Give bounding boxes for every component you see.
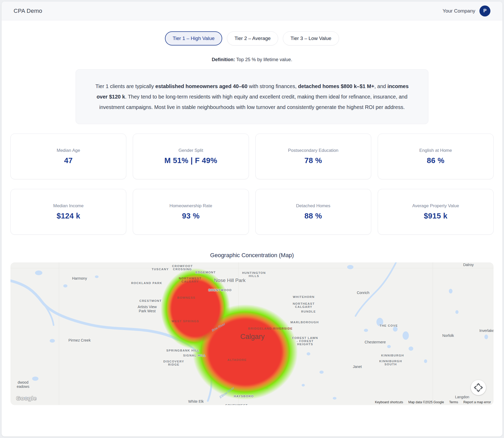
report-map-error-link[interactable]: Report a map error xyxy=(463,400,491,404)
stat-label: Median Age xyxy=(57,148,80,153)
stat-label: Median Income xyxy=(53,203,84,209)
map-label: SPRINGBANK HILL xyxy=(166,349,199,352)
map-label: Harmony xyxy=(72,276,87,280)
map-label: ROCKLAND PARK xyxy=(131,281,162,285)
map-label: BOWNESS xyxy=(177,296,195,299)
map-label: EDGEMONT xyxy=(196,271,216,274)
map-label: KINNIBURGH SOUTH xyxy=(379,360,402,366)
map-attribution: Keyboard shortcuts Map data ©2025 Google… xyxy=(375,400,491,404)
map-label: WEST SPRINGS xyxy=(171,320,199,323)
stat-label: Detached Homes xyxy=(296,203,330,209)
stat-card-gender-split: Gender Split M 51% | F 49% xyxy=(133,134,249,179)
stat-card-english-at-home: English at Home 86 % xyxy=(378,134,494,179)
map-data-credit: Map data ©2025 Google xyxy=(408,400,444,404)
map-label: KINNIBURGH xyxy=(381,354,404,357)
stat-value: $915 k xyxy=(424,212,448,220)
app-card: CPA Demo Your Company P Tier 1 – High Va… xyxy=(2,2,502,436)
google-logo[interactable]: Google xyxy=(16,395,37,401)
tier-description-card: Tier 1 clients are typically established… xyxy=(76,69,428,124)
stat-label: Average Property Value xyxy=(412,203,459,209)
map-label: Janet xyxy=(353,365,362,369)
pan-control[interactable] xyxy=(471,380,486,395)
avatar[interactable]: P xyxy=(479,5,490,16)
map-label: TUSCANY xyxy=(152,268,169,271)
stat-value: 47 xyxy=(64,156,73,165)
map-label: FOREST LAWN - FOREST HEIGHTS xyxy=(292,336,318,346)
map-label: Artists View Park West xyxy=(138,305,157,313)
map-label: Chestermere xyxy=(365,340,386,344)
stat-card-detached-homes: Detached Homes 88 % xyxy=(255,189,371,235)
map-label: ALTADORE xyxy=(227,358,247,361)
stat-label: Postsecondary Education xyxy=(288,148,339,153)
header: CPA Demo Your Company P xyxy=(2,2,502,20)
keyboard-shortcuts-link[interactable]: Keyboard shortcuts xyxy=(375,400,403,404)
map-label: BRENTWOOD xyxy=(208,289,232,292)
stat-value: $124 k xyxy=(56,212,80,220)
map-section-title: Geographic Concentration (Map) xyxy=(2,252,502,259)
map-label: Langdon xyxy=(455,395,469,399)
map-label: BRIDGELAND-RIVERSIDE xyxy=(248,327,293,330)
avatar-initial: P xyxy=(483,8,486,14)
map-label: Elbow River xyxy=(219,386,235,399)
map-label: CRESTMONT xyxy=(139,299,162,302)
stat-grid: Median Age 47 Gender Split M 51% | F 49%… xyxy=(10,134,494,235)
map-label: Inverlake xyxy=(479,328,494,333)
map-label: CROWFOOT CROSSING xyxy=(172,264,193,271)
stat-label: Gender Split xyxy=(179,148,203,153)
map-label: White Elk xyxy=(188,399,204,404)
tier-description: Tier 1 clients are typically established… xyxy=(91,81,413,112)
map-label: HUNTINGTON HILLS xyxy=(242,271,266,278)
stat-card-average-property-value: Average Property Value $915 k xyxy=(378,189,494,235)
map-label: Norfolk xyxy=(442,333,454,338)
tier-tabs: Tier 1 – High Value Tier 2 – Average Tie… xyxy=(2,31,502,45)
map-labels: HarmonyTUSCANYCROWFOOT CROSSINGEDGEMONTH… xyxy=(10,262,494,405)
stat-card-postsecondary-education: Postsecondary Education 78 % xyxy=(255,134,371,179)
stat-card-homeownership-rate: Homeownership Rate 93 % xyxy=(133,189,249,235)
stat-value: M 51% | F 49% xyxy=(164,156,217,165)
map-canvas[interactable]: HarmonyTUSCANYCROWFOOT CROSSINGEDGEMONTH… xyxy=(10,262,494,405)
stat-card-median-income: Median Income $124 k xyxy=(10,189,126,235)
map-label: HAYSBORO xyxy=(234,395,254,398)
page-title: CPA Demo xyxy=(14,8,42,14)
map-label: SIGNAL HILL xyxy=(183,354,206,357)
tab-tier2[interactable]: Tier 2 – Average xyxy=(227,31,278,45)
definition-line: Definition: Top 25 % by lifetime value. xyxy=(2,57,502,62)
map-label: Nose Hill Park xyxy=(214,278,245,283)
definition-text: Top 25 % by lifetime value. xyxy=(235,57,292,62)
map-label: DISCOVERY RIDGE xyxy=(163,360,184,366)
stat-value: 78 % xyxy=(304,156,322,165)
header-right: Your Company P xyxy=(443,5,490,16)
definition-label: Definition: xyxy=(212,57,235,62)
map-label: NORTHWEST CALGARY xyxy=(179,277,202,283)
stat-value: 86 % xyxy=(427,156,444,165)
pan-arrows-icon xyxy=(473,382,484,393)
map-label: Pirmez Creek xyxy=(68,338,91,342)
map-label: Bow River xyxy=(211,322,226,332)
tab-tier3[interactable]: Tier 3 – Low Value xyxy=(283,31,339,45)
map-label: dwood eadows xyxy=(17,380,29,389)
map-label: WHITEHORN xyxy=(293,295,315,298)
map-label: Conrich xyxy=(357,291,369,295)
map-label: Dalroy xyxy=(463,263,474,267)
terms-link[interactable]: Terms xyxy=(449,400,458,404)
map-label: MARLBOROUGH xyxy=(290,321,319,324)
map-label: RUNDLE xyxy=(301,310,316,313)
map-label: SOUTHWEST xyxy=(225,404,248,405)
company-name: Your Company xyxy=(443,8,475,14)
stat-value: 88 % xyxy=(304,212,322,220)
map-label: NORTHEAST CALGARY xyxy=(293,302,315,308)
tab-tier1[interactable]: Tier 1 – High Value xyxy=(165,31,222,45)
stat-card-median-age: Median Age 47 xyxy=(10,134,126,179)
map-label: Calgary xyxy=(240,332,265,341)
stat-label: English at Home xyxy=(419,148,452,153)
stat-value: 93 % xyxy=(182,212,199,220)
map-label: THE COVE xyxy=(380,324,398,327)
stat-label: Homeownership Rate xyxy=(169,203,212,209)
